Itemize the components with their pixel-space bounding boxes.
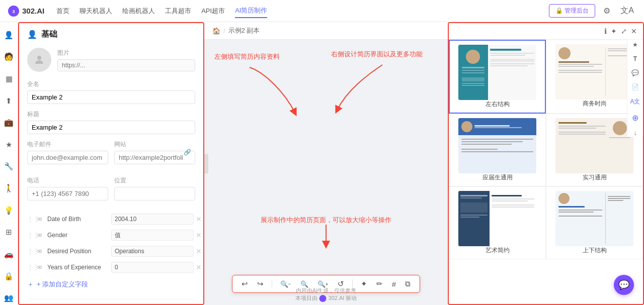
phone-input[interactable]	[27, 187, 108, 200]
field-value-experience[interactable]	[111, 262, 194, 273]
template-name-intern: 实习通用	[583, 173, 607, 182]
avatar-url-input[interactable]	[57, 59, 195, 71]
add-custom-field-button[interactable]: ＋ + 添加自定义字段	[27, 278, 88, 291]
avatar-label: 图片	[57, 49, 195, 57]
field-icon-experience: ✉	[37, 264, 42, 271]
svg-text:3: 3	[12, 9, 15, 14]
add-field-label: + 添加自定义字段	[37, 280, 88, 289]
template-thumb-business	[555, 44, 633, 99]
zoom-out-button[interactable]: 🔍−	[279, 279, 292, 289]
logo[interactable]: 3 302.AI	[8, 6, 44, 17]
nav-home[interactable]: 首页	[56, 5, 69, 18]
rp-side-chat-icon[interactable]: 💬	[631, 69, 639, 76]
rp-side-star-icon[interactable]: ★	[632, 41, 638, 48]
sidebar-person-icon[interactable]: 🧑	[2, 50, 16, 64]
nav-toolmarket[interactable]: 工具超市	[165, 5, 191, 18]
nav-apimarket[interactable]: API超市	[201, 5, 225, 18]
copy-button[interactable]: ⧉	[404, 278, 412, 289]
add-icon: ＋	[27, 280, 34, 289]
rp-close-icon[interactable]: ✕	[631, 27, 637, 35]
field-value-gender[interactable]	[111, 230, 194, 241]
translate-icon[interactable]: 文A	[618, 4, 636, 18]
nav-resume[interactable]: AI简历制作	[235, 4, 267, 18]
icon-sidebar: 👤 🧑 ▦ ⬆ 💼 ★ 🔧 🚶 💡 ⊞ 🚗 🔒 👥	[0, 22, 18, 305]
magic-button[interactable]: ✦	[360, 278, 368, 289]
sidebar-user-icon[interactable]: 👤	[2, 28, 16, 42]
location-input[interactable]	[114, 187, 195, 200]
sidebar-person2-icon[interactable]: 🚶	[2, 181, 16, 195]
rp-side-text-icon[interactable]: T	[633, 55, 637, 62]
sidebar-grid-icon[interactable]: ⊞	[2, 225, 16, 239]
email-label: 电子邮件	[27, 140, 108, 149]
field-value-position[interactable]	[111, 246, 194, 257]
rp-side-plus-icon[interactable]: ⊕	[632, 113, 638, 123]
drag-handle-position[interactable]: ⋮⋮	[27, 248, 35, 255]
delete-experience-button[interactable]: ✕	[196, 263, 202, 271]
rp-side-doc-icon[interactable]: 📄	[631, 83, 639, 90]
template-thumb-intern	[555, 118, 633, 173]
sidebar-lock-icon[interactable]: 🔒	[2, 269, 16, 283]
rp-magic-icon[interactable]: ✦	[611, 27, 617, 35]
bottom-note-brand: 302.AI 驱动	[329, 294, 357, 302]
drag-handle-dob[interactable]: ⋮⋮	[27, 216, 35, 223]
float-chat-button[interactable]: 💬	[614, 275, 634, 295]
settings-icon[interactable]: ⚙	[601, 4, 612, 18]
annotation-right-text: 右侧设计简历界面以及更多功能	[331, 50, 423, 58]
sidebar-car-icon[interactable]: 🚗	[2, 247, 16, 261]
sidebar-star-icon[interactable]: ★	[2, 138, 16, 152]
template-graduate[interactable]: 应届生通用	[449, 114, 546, 186]
admin-button[interactable]: 🔒 管理后台	[549, 4, 595, 18]
annotation-bottom: 展示制作中的简历页面，可以放大缩小等操作	[261, 216, 391, 250]
field-name-experience[interactable]	[44, 262, 109, 273]
avatar-info: 图片	[57, 49, 195, 71]
delete-dob-button[interactable]: ✕	[196, 215, 202, 223]
delete-gender-button[interactable]: ✕	[196, 231, 202, 239]
location-label: 位置	[114, 176, 195, 185]
rp-side-download-icon[interactable]: ↓	[634, 130, 637, 137]
phone-label: 电话	[27, 176, 108, 185]
overview-section: ☰ Overview ≡	[27, 299, 195, 305]
annotation-left-arrow	[245, 62, 305, 123]
rp-side-translate-icon[interactable]: A文	[630, 97, 640, 106]
nav-paintbot[interactable]: 绘画机器人	[122, 5, 155, 18]
drag-handle-experience[interactable]: ⋮⋮	[27, 264, 35, 271]
field-icon-position: ✉	[37, 248, 42, 255]
sidebar-layout-icon[interactable]: ▦	[2, 72, 16, 86]
left-panel: 👤 基础 图片 全名 标题	[18, 22, 204, 305]
left-resize-handle[interactable]	[204, 154, 208, 174]
sidebar-bulb-icon[interactable]: 💡	[2, 204, 16, 218]
website-input[interactable]	[114, 151, 195, 164]
sidebar-share-icon[interactable]: ⬆	[2, 94, 16, 108]
nav-chatbot[interactable]: 聊天机器人	[79, 5, 112, 18]
avatar[interactable]	[27, 48, 51, 72]
template-name-top-bottom: 上下结构	[583, 246, 607, 255]
rp-info-icon[interactable]: ℹ	[604, 27, 607, 35]
home-icon[interactable]: 🏠	[212, 27, 220, 35]
section-title: 基础	[41, 29, 57, 40]
sidebar-briefcase-icon[interactable]: 💼	[2, 116, 16, 130]
title-input[interactable]	[27, 121, 195, 134]
sidebar-user3-icon[interactable]: 👥	[2, 291, 16, 305]
sidebar-tool-icon[interactable]: 🔧	[2, 160, 16, 174]
rp-expand-icon[interactable]: ⤢	[621, 27, 627, 35]
template-art[interactable]: 艺术简约	[449, 186, 546, 259]
full-name-input[interactable]	[27, 90, 195, 104]
field-dob: ⋮⋮ ✉ ✕	[27, 213, 195, 226]
field-name-dob[interactable]	[44, 214, 109, 225]
redo-button[interactable]: ↪	[256, 278, 265, 289]
field-name-gender[interactable]	[44, 230, 109, 241]
delete-position-button[interactable]: ✕	[196, 247, 202, 255]
template-thumb-left-right	[458, 45, 536, 100]
template-left-right[interactable]: 左右结构	[449, 40, 546, 114]
full-name-group: 全名	[27, 80, 195, 104]
drag-handle-gender[interactable]: ⋮⋮	[27, 232, 35, 239]
field-value-dob[interactable]	[111, 214, 194, 225]
hashtag-button[interactable]: #	[391, 279, 397, 289]
pen-button[interactable]: ✏	[375, 278, 384, 289]
link-icon[interactable]: 🔗	[184, 149, 191, 156]
undo-button[interactable]: ↩	[240, 278, 249, 289]
email-input[interactable]	[27, 151, 108, 164]
field-name-position[interactable]	[44, 246, 109, 257]
template-top-bottom[interactable]: 上下结构	[546, 186, 643, 259]
main-layout: 👤 🧑 ▦ ⬆ 💼 ★ 🔧 🚶 💡 ⊞ 🚗 🔒 👥 👤 基础	[0, 22, 644, 305]
